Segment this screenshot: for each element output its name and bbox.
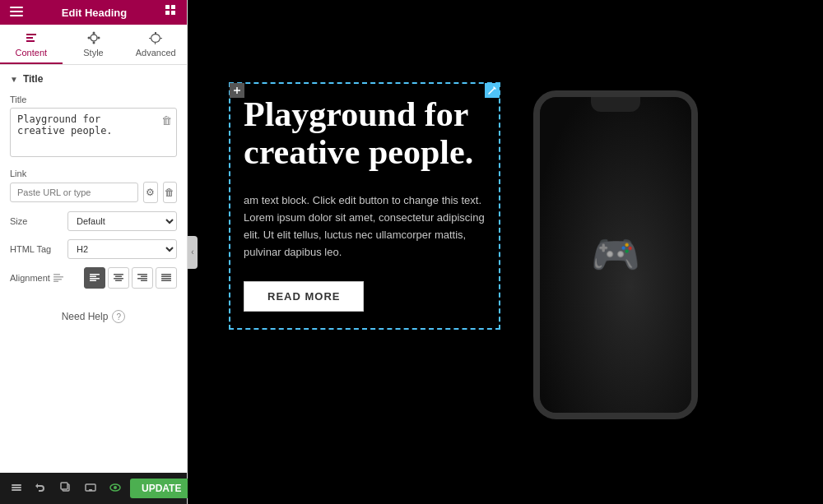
- update-button[interactable]: UPDATE: [130, 479, 193, 498]
- svg-rect-23: [115, 280, 122, 282]
- svg-rect-31: [161, 280, 171, 282]
- title-textarea-container: Playground for creative people. 🗑: [10, 108, 177, 160]
- svg-point-40: [114, 486, 117, 489]
- svg-rect-19: [90, 280, 96, 282]
- svg-rect-14: [53, 279, 62, 280]
- svg-rect-33: [12, 487, 21, 488]
- section-title-header: ▼ Title: [10, 73, 177, 85]
- html-tag-row: HTML Tag H1 H2 H3 H4 H5 H6 div span p: [10, 239, 177, 259]
- svg-rect-22: [114, 278, 123, 280]
- svg-rect-6: [171, 11, 175, 15]
- element-edit-handle[interactable]: [485, 83, 500, 98]
- svg-rect-27: [141, 280, 147, 282]
- panel-title: Edit Heading: [62, 7, 127, 19]
- svg-point-11: [97, 37, 100, 39]
- phone-side-button-left-top: [533, 146, 535, 169]
- svg-rect-26: [137, 278, 147, 280]
- hamburger-icon[interactable]: [10, 5, 23, 20]
- svg-rect-2: [10, 15, 23, 16]
- phone-outer: 🎮: [533, 90, 698, 419]
- gamepad-icon: 🎮: [591, 232, 640, 278]
- visibility-icon[interactable]: [105, 479, 125, 498]
- phone-mockup: 🎮: [533, 90, 714, 436]
- size-label: Size: [10, 216, 67, 226]
- link-input[interactable]: [10, 183, 138, 202]
- svg-rect-32: [12, 489, 21, 491]
- title-field-label: Title: [10, 95, 177, 104]
- left-panel: Edit Heading Content Style Advanced: [0, 0, 188, 504]
- align-center-button[interactable]: [108, 267, 129, 289]
- panel-header: Edit Heading: [0, 0, 187, 25]
- svg-rect-3: [165, 5, 170, 9]
- alignment-buttons: [84, 267, 177, 289]
- selected-element[interactable]: Playground for creative people. am text …: [229, 82, 500, 330]
- heading-element: Playground for creative people.: [230, 84, 499, 184]
- tab-style[interactable]: Style: [63, 25, 125, 64]
- link-settings-button[interactable]: ⚙: [143, 182, 158, 203]
- html-tag-select[interactable]: H1 H2 H3 H4 H5 H6 div span p: [67, 239, 177, 259]
- title-textarea[interactable]: Playground for creative people.: [10, 108, 177, 157]
- svg-rect-29: [161, 276, 171, 278]
- alignment-label: Alignment: [10, 273, 63, 283]
- tab-advanced[interactable]: Advanced: [124, 25, 187, 64]
- svg-rect-12: [53, 274, 60, 275]
- layers-icon[interactable]: [7, 479, 26, 498]
- svg-rect-21: [115, 276, 122, 278]
- svg-rect-18: [90, 278, 100, 280]
- svg-rect-38: [89, 489, 92, 491]
- svg-point-7: [91, 35, 97, 41]
- svg-rect-25: [141, 276, 147, 278]
- phone-side-button-left-bottom: [533, 176, 535, 199]
- panel-content: ▼ Title Title Playground for creative pe…: [0, 65, 187, 473]
- svg-rect-36: [61, 483, 67, 489]
- svg-rect-15: [53, 281, 58, 283]
- svg-point-8: [92, 32, 95, 35]
- collapse-handle[interactable]: ‹: [188, 236, 198, 269]
- svg-rect-13: [53, 276, 63, 278]
- svg-rect-34: [12, 484, 21, 486]
- bottom-toolbar: UPDATE ▲: [0, 473, 187, 504]
- svg-point-10: [87, 37, 90, 39]
- svg-rect-17: [90, 276, 96, 278]
- link-field-row: ⚙ 🗑: [10, 182, 177, 203]
- link-delete-button[interactable]: 🗑: [163, 182, 178, 203]
- title-delete-button[interactable]: 🗑: [161, 114, 172, 127]
- alignment-row: Alignment: [10, 267, 177, 289]
- element-move-handle[interactable]: [230, 83, 244, 98]
- size-select[interactable]: Default Small Medium Large XL XXL: [67, 211, 177, 231]
- svg-rect-28: [161, 274, 171, 275]
- phone-screen: 🎮: [540, 97, 691, 413]
- svg-rect-1: [10, 11, 23, 12]
- svg-rect-16: [90, 274, 100, 275]
- svg-point-9: [92, 42, 95, 44]
- panel-tabs: Content Style Advanced: [0, 25, 187, 65]
- grid-icon[interactable]: [165, 5, 177, 20]
- align-right-button[interactable]: [132, 267, 153, 289]
- duplicate-icon[interactable]: [56, 479, 76, 498]
- svg-rect-30: [161, 278, 171, 280]
- svg-rect-0: [10, 7, 23, 8]
- canvas: ‹ Playground for creative people. am tex…: [188, 0, 823, 504]
- svg-rect-4: [171, 5, 175, 9]
- undo-icon[interactable]: [31, 479, 51, 498]
- phone-screen-content: 🎮: [540, 97, 691, 413]
- need-help-section: Need Help ?: [10, 297, 177, 331]
- align-justify-button[interactable]: [156, 267, 177, 289]
- responsive-icon[interactable]: [81, 479, 100, 498]
- size-row: Size Default Small Medium Large XL XXL: [10, 211, 177, 231]
- align-left-button[interactable]: [84, 267, 105, 289]
- body-text-element: am text block. Click edit button to chan…: [230, 184, 499, 269]
- svg-rect-24: [137, 274, 147, 275]
- svg-rect-5: [165, 11, 170, 15]
- chevron-icon: ▼: [10, 75, 18, 84]
- html-tag-label: HTML Tag: [10, 244, 67, 254]
- phone-side-button-right: [696, 155, 698, 187]
- link-field-label: Link: [10, 169, 177, 178]
- help-icon[interactable]: ?: [112, 310, 125, 323]
- svg-rect-20: [114, 274, 123, 275]
- canvas-content: Playground for creative people. am text …: [229, 82, 782, 455]
- tab-content[interactable]: Content: [0, 25, 63, 64]
- phone-notch: [591, 97, 640, 112]
- read-more-button[interactable]: READ MORE: [244, 281, 364, 312]
